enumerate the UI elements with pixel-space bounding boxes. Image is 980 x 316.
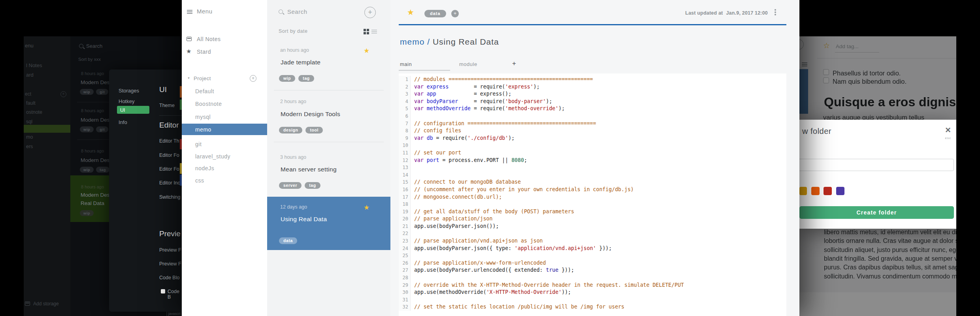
code-line[interactable]: 24app.use(bodyParser.json({ type: 'appli…: [399, 245, 786, 252]
sidebar-item-all-notes[interactable]: l Notes: [26, 62, 42, 68]
note-card-title[interactable]: Modern Design Tools: [281, 111, 340, 118]
note-tag[interactable]: data: [424, 10, 446, 17]
folder-color-swatch[interactable]: [836, 187, 844, 195]
folder-item[interactable]: sql: [26, 119, 32, 124]
add-folder-button[interactable]: +: [250, 75, 256, 82]
folder-item[interactable]: Default: [195, 88, 214, 94]
project-label[interactable]: Project: [194, 75, 211, 81]
settings-nav-item-ui[interactable]: UI: [120, 107, 125, 113]
tag-pill[interactable]: wip: [279, 75, 295, 82]
code-line[interactable]: 23// parse application/vnd.api+json as j…: [399, 237, 786, 245]
code-line[interactable]: 13: [399, 164, 786, 171]
code-line[interactable]: 19// get all data/stuff of the body (POS…: [399, 208, 786, 216]
note-card-title[interactable]: Using Real Data: [281, 216, 327, 223]
tag-pill[interactable]: tag: [96, 167, 109, 173]
folder-color-swatch[interactable]: [811, 187, 820, 195]
menu-label[interactable]: Menu: [197, 8, 213, 15]
code-line[interactable]: 31: [399, 296, 786, 304]
code-block-checkbox[interactable]: [161, 289, 165, 293]
tab-add-button[interactable]: +: [512, 60, 516, 68]
code-line[interactable]: 4var bodyParser = require('body-parser')…: [399, 98, 786, 105]
tab-module[interactable]: module: [459, 61, 477, 67]
note-card-selected[interactable]: 12 days ago★Using Real Datadata: [267, 197, 390, 250]
code-line[interactable]: 14: [399, 171, 786, 179]
new-note-button[interactable]: +: [364, 7, 376, 18]
code-line[interactable]: 17// mongoose.connect(db.url);: [399, 194, 786, 201]
sidebar-item-starred[interactable]: Stard: [197, 49, 211, 55]
code-line[interactable]: 29// override with the X-HTTP-Method-Ove…: [399, 282, 786, 289]
star-toggle[interactable]: ☆: [823, 41, 830, 50]
code-line[interactable]: 6: [399, 113, 786, 120]
tag-pill[interactable]: wip: [80, 210, 94, 216]
code-line[interactable]: 26// parse application/x-www-form-urlenc…: [399, 260, 786, 267]
folder-item-memo-selected[interactable]: memo: [195, 126, 211, 133]
folder-item[interactable]: nodeJs: [195, 165, 214, 171]
tag-pill[interactable]: git: [96, 126, 108, 132]
note-card-title[interactable]: Modern Des: [81, 157, 110, 163]
sort-select[interactable]: Sort by xxx: [78, 57, 101, 62]
code-line[interactable]: 8// config files: [399, 127, 786, 135]
tab-main[interactable]: main: [400, 61, 412, 67]
code-line[interactable]: 16// (uncomment after you enter in your …: [399, 186, 786, 194]
tag-pill[interactable]: git: [96, 89, 108, 95]
code-line[interactable]: 12var port = process.env.PORT || 8080;: [399, 157, 786, 164]
star-icon[interactable]: ★: [364, 47, 369, 55]
code-line[interactable]: 10: [399, 142, 786, 149]
code-line[interactable]: 11// set our port: [399, 149, 786, 157]
tag-pill[interactable]: wip: [80, 167, 94, 173]
tag-pill[interactable]: wip: [80, 89, 94, 95]
sort-select[interactable]: Sort by date: [279, 28, 307, 34]
note-card-title[interactable]: Mean server setting: [281, 166, 337, 173]
todo-checkbox[interactable]: [823, 77, 829, 83]
code-line[interactable]: 7// configuration ======================…: [399, 120, 786, 128]
code-line[interactable]: 3var app = express();: [399, 90, 786, 98]
create-folder-button[interactable]: Create folder: [799, 206, 954, 219]
project-label[interactable]: ect: [25, 91, 31, 97]
breadcrumb-folder[interactable]: memo: [400, 37, 424, 46]
code-line[interactable]: 30app.use(methodOverride('X-HTTP-Method-…: [399, 289, 786, 296]
folder-item[interactable]: mo: [26, 134, 33, 140]
code-line[interactable]: 32// set the static files location /publ…: [399, 303, 786, 311]
code-line[interactable]: 25: [399, 252, 786, 260]
tag-pill[interactable]: data: [279, 237, 297, 244]
add-folder-button[interactable]: +: [60, 91, 66, 97]
tag-pill[interactable]: design: [279, 127, 302, 134]
code-line[interactable]: 2var express = require('express');: [399, 83, 786, 91]
code-line[interactable]: 15// connect to our mongoDB database: [399, 179, 786, 186]
tag-pill[interactable]: server: [279, 182, 302, 189]
folder-item[interactable]: fault: [26, 100, 36, 106]
close-icon[interactable]: ×: [945, 125, 951, 135]
code-line[interactable]: 21app.use(bodyParser.json());: [399, 223, 786, 230]
note-card-title[interactable]: Modern Des: [81, 192, 110, 198]
folder-item[interactable]: Boostnote: [195, 101, 222, 107]
folder-item[interactable]: mysql: [195, 114, 211, 120]
add-tag-button[interactable]: +: [451, 10, 459, 17]
code-line[interactable]: 1// modules ============================…: [399, 76, 786, 83]
kebab-menu-icon[interactable]: [775, 9, 776, 11]
tag-pill[interactable]: tag: [305, 182, 320, 189]
folder-name-input[interactable]: [799, 159, 954, 171]
menu-label[interactable]: enu: [25, 43, 34, 49]
settings-nav-item[interactable]: Storages: [119, 88, 139, 94]
settings-nav-item[interactable]: Info: [119, 119, 127, 125]
add-tag-input[interactable]: Add tag...: [836, 43, 859, 49]
folder-color-swatch[interactable]: [799, 187, 807, 195]
add-storage-button[interactable]: Add storage: [33, 301, 59, 307]
code-line[interactable]: 22: [399, 230, 786, 237]
folder-item[interactable]: ostnote: [26, 109, 42, 115]
folder-item-selected[interactable]: [24, 125, 70, 133]
search-input[interactable]: Search: [287, 8, 307, 15]
folder-item[interactable]: css: [195, 177, 204, 184]
code-editor[interactable]: 1// modules ============================…: [399, 73, 786, 316]
note-card-title[interactable]: Modern Des: [81, 117, 110, 123]
code-line[interactable]: 9var db = require('./config/db');: [399, 135, 786, 142]
tag-pill[interactable]: tool: [305, 127, 323, 134]
folder-item[interactable]: ers: [26, 144, 33, 149]
tag-pill[interactable]: wip: [80, 126, 94, 132]
code-line[interactable]: 20// parse application/json: [399, 215, 786, 223]
note-card-title[interactable]: Modern Des: [81, 79, 110, 85]
code-line[interactable]: 27app.use(bodyParser.urlencoded({ extend…: [399, 267, 786, 274]
code-line[interactable]: 5var methodOverride = require('method-ov…: [399, 105, 786, 113]
note-card-title[interactable]: Jade template: [281, 59, 320, 66]
todo-checkbox[interactable]: [823, 69, 829, 75]
